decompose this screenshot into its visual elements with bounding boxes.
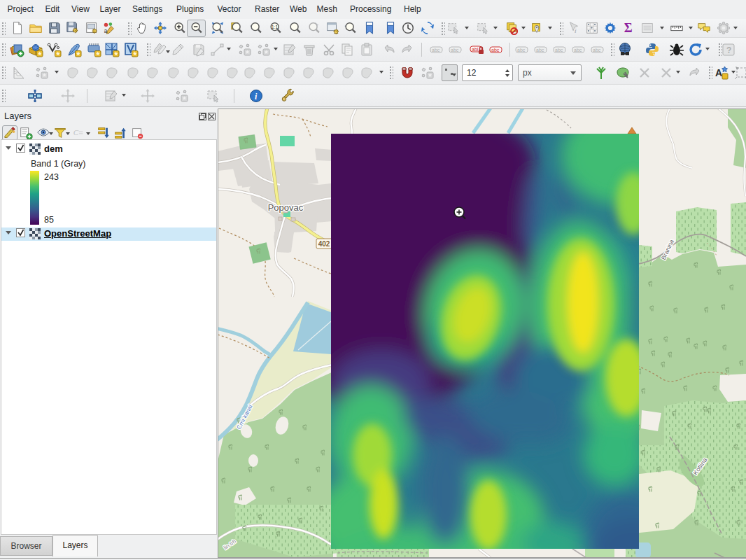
svg-text:402: 402 xyxy=(318,240,330,248)
svg-text:Popovac: Popovac xyxy=(268,202,304,213)
